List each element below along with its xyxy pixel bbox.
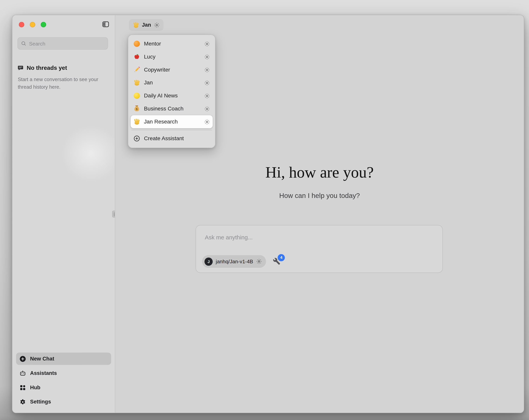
sidebar-item-label: Settings bbox=[30, 399, 51, 405]
assistant-menu-item-business-coach[interactable]: $Business Coach bbox=[131, 102, 213, 115]
plus-circle-icon bbox=[133, 135, 140, 142]
assistant-selector-button[interactable]: Jan bbox=[129, 19, 163, 31]
settings-gear-icon bbox=[19, 399, 26, 405]
app-window: Search No threads yet Start a new conver… bbox=[12, 15, 524, 413]
assistant-menu-item-label: Jan bbox=[144, 80, 200, 86]
wave-hand-icon bbox=[133, 118, 140, 125]
assistant-settings-gear-icon[interactable] bbox=[204, 80, 210, 86]
sidebar-nav: New ChatAssistantsHubSettings bbox=[16, 352, 111, 408]
wave-hand-icon bbox=[133, 79, 140, 86]
tools-count-badge: 4 bbox=[278, 254, 285, 261]
composer-placeholder: Ask me anything... bbox=[205, 234, 253, 241]
assistant-menu-list: MentorLucyCopywriterJanDaily AI News$Bus… bbox=[131, 37, 213, 128]
empty-threads-subtitle: Start a new conversation to see your thr… bbox=[18, 76, 104, 91]
sidebar-item-label: Assistants bbox=[30, 370, 57, 376]
main-area: Jan MentorLucyCopywriterJanDaily AI News… bbox=[115, 15, 524, 413]
assistant-settings-gear-icon[interactable] bbox=[204, 119, 210, 125]
svg-text:$: $ bbox=[136, 107, 138, 111]
empty-threads-title: No threads yet bbox=[27, 65, 67, 71]
model-avatar: J bbox=[205, 257, 213, 265]
assistant-menu-item-daily-ai-news[interactable]: Daily AI News bbox=[131, 89, 213, 102]
assistant-header-gear-icon[interactable] bbox=[154, 22, 160, 28]
assistant-menu-item-mentor[interactable]: Mentor bbox=[131, 37, 213, 50]
assistant-settings-gear-icon[interactable] bbox=[204, 54, 210, 60]
create-assistant-button[interactable]: Create Assistant bbox=[131, 132, 213, 145]
assistant-menu-item-label: Business Coach bbox=[144, 106, 200, 112]
sidebar-toggle-icon[interactable] bbox=[102, 21, 109, 28]
empty-threads-message: No threads yet Start a new conversation … bbox=[17, 65, 107, 91]
sidebar-item-hub[interactable]: Hub bbox=[16, 381, 111, 393]
assistants-icon bbox=[19, 370, 26, 376]
assistant-menu-item-copywriter[interactable]: Copywriter bbox=[131, 63, 213, 76]
chat-composer[interactable]: Ask me anything... J janhq/Jan-v1-4B 4 bbox=[196, 225, 443, 273]
hub-icon bbox=[19, 384, 26, 391]
menu-separator bbox=[131, 130, 212, 130]
composer-toolbar: J janhq/Jan-v1-4B 4 bbox=[202, 255, 281, 268]
sidebar-item-assistants[interactable]: Assistants bbox=[16, 367, 111, 379]
close-window-button[interactable] bbox=[19, 22, 24, 27]
search-icon bbox=[21, 41, 26, 46]
greeting-subtitle: How can I help you today? bbox=[115, 192, 524, 200]
create-assistant-label: Create Assistant bbox=[144, 135, 210, 142]
sidebar-item-new-chat[interactable]: New Chat bbox=[16, 352, 111, 365]
sidebar-item-label: Hub bbox=[30, 384, 40, 391]
zoom-window-button[interactable] bbox=[41, 22, 46, 27]
model-settings-gear-icon[interactable] bbox=[256, 259, 262, 264]
pencil-icon bbox=[133, 66, 140, 73]
drag-dots-icon bbox=[114, 212, 115, 216]
assistant-dropdown-menu: MentorLucyCopywriterJanDaily AI News$Bus… bbox=[128, 35, 215, 148]
assistant-menu-item-label: Lucy bbox=[144, 54, 200, 60]
sidebar: Search No threads yet Start a new conver… bbox=[12, 15, 115, 413]
money-bag-icon: $ bbox=[133, 105, 140, 112]
orange-circle-icon bbox=[133, 41, 140, 47]
minimize-window-button[interactable] bbox=[30, 22, 35, 27]
greeting-title: Hi, how are you? bbox=[115, 163, 524, 181]
yellow-circle-icon bbox=[133, 92, 140, 99]
window-controls bbox=[19, 22, 46, 27]
desktop: Search No threads yet Start a new conver… bbox=[0, 0, 529, 420]
assistant-menu-item-label: Copywriter bbox=[144, 67, 200, 73]
assistant-menu-item-label: Jan Research bbox=[144, 119, 200, 125]
sidebar-item-settings[interactable]: Settings bbox=[16, 396, 111, 408]
plus-circle-filled-icon bbox=[19, 355, 26, 362]
assistant-settings-gear-icon[interactable] bbox=[204, 106, 210, 112]
assistant-menu-item-label: Daily AI News bbox=[144, 93, 200, 99]
assistant-menu-item-label: Mentor bbox=[144, 41, 200, 47]
sidebar-item-label: New Chat bbox=[30, 356, 54, 362]
assistant-settings-gear-icon[interactable] bbox=[204, 93, 210, 99]
assistant-settings-gear-icon[interactable] bbox=[204, 67, 210, 73]
model-selector-button[interactable]: J janhq/Jan-v1-4B bbox=[202, 255, 266, 268]
search-input[interactable]: Search bbox=[17, 37, 108, 50]
model-name: janhq/Jan-v1-4B bbox=[216, 259, 253, 264]
apple-icon bbox=[133, 53, 140, 60]
assistant-settings-gear-icon[interactable] bbox=[204, 41, 210, 47]
assistant-menu-item-lucy[interactable]: Lucy bbox=[131, 50, 213, 63]
sidebar-resize-handle[interactable] bbox=[112, 211, 115, 217]
tools-wrench-icon[interactable]: 4 bbox=[273, 257, 281, 265]
chat-bubble-icon bbox=[17, 65, 24, 71]
assistant-menu-item-jan-research[interactable]: Jan Research bbox=[131, 115, 213, 128]
wave-hand-icon bbox=[132, 22, 139, 28]
search-placeholder: Search bbox=[29, 41, 45, 46]
assistant-selector-label: Jan bbox=[142, 22, 151, 28]
sidebar-decorative-blob bbox=[50, 114, 115, 193]
assistant-menu-item-jan[interactable]: Jan bbox=[131, 76, 213, 89]
